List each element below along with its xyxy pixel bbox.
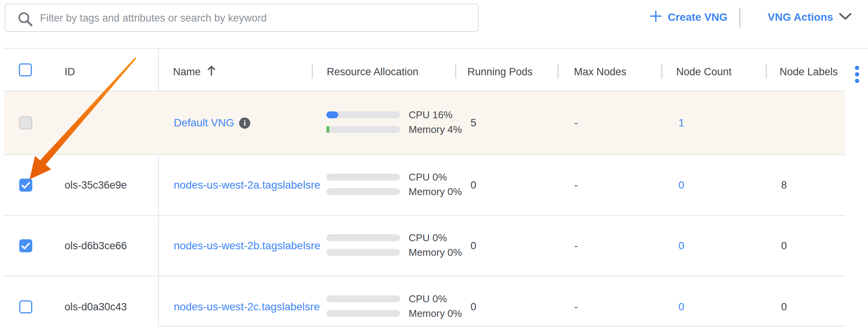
cpu-usage-fill: [326, 111, 338, 118]
node-labels-value: 0: [781, 301, 787, 313]
search-input[interactable]: [39, 4, 471, 32]
header-divider: [766, 64, 767, 79]
toolbar-separator: [739, 8, 740, 27]
mem-usage-fill: [326, 126, 329, 133]
table-row: Default VNGiCPU 16%Memory 4%5-1: [4, 91, 845, 154]
row-id: ols-d6b3ce66: [65, 240, 127, 252]
header-divider: [455, 64, 456, 79]
node-labels-value: 0: [781, 240, 787, 252]
node-count-link[interactable]: 0: [678, 301, 684, 313]
max-nodes-value: -: [574, 179, 578, 191]
vng-name-link[interactable]: Default VNG: [174, 116, 234, 129]
column-header-node-count[interactable]: Node Count: [676, 66, 732, 78]
table-row: ols-35c36e9enodes-us-west-2a.tagslabelsr…: [4, 155, 845, 215]
max-nodes-value: -: [574, 301, 578, 313]
running-pods-value: 0: [471, 179, 476, 191]
node-count-link[interactable]: 0: [678, 179, 684, 191]
max-nodes-value: -: [574, 240, 578, 252]
running-pods-value: 0: [471, 301, 476, 313]
mem-usage-bar: [326, 249, 400, 256]
name-cell: nodes-us-west-2a.tagslabelsre: [174, 179, 320, 192]
name-cell: nodes-us-west-2b.tagslabelsre: [174, 239, 320, 252]
column-header-node-labels[interactable]: Node Labels: [780, 66, 838, 78]
name-cell: Default VNGi: [174, 116, 250, 129]
cpu-usage-label: CPU 0%: [409, 232, 447, 244]
row-separator: [4, 154, 845, 155]
select-all-checkbox[interactable]: [19, 63, 32, 76]
mem-usage-label: Memory 4%: [409, 124, 462, 135]
sort-asc-icon: [206, 65, 216, 79]
column-header-name[interactable]: Name: [173, 66, 216, 78]
search-icon: [17, 11, 34, 29]
vng-actions-button[interactable]: VNG Actions: [768, 7, 852, 28]
mem-usage-label: Memory 0%: [409, 308, 462, 319]
name-cell: nodes-us-west-2c.tagslabelsre: [174, 300, 320, 313]
cpu-usage-bar: [326, 234, 400, 241]
row-checkbox[interactable]: [19, 179, 32, 192]
vng-actions-label: VNG Actions: [768, 11, 833, 23]
create-vng-label: Create VNG: [668, 11, 728, 23]
search-box: [5, 3, 479, 32]
plus-icon: [650, 10, 662, 25]
row-checkbox[interactable]: [19, 300, 32, 313]
column-header-id[interactable]: ID: [65, 66, 75, 78]
create-vng-button[interactable]: Create VNG: [650, 7, 728, 28]
info-icon[interactable]: i: [239, 118, 250, 129]
node-labels-value: 8: [781, 179, 787, 191]
node-count-link[interactable]: 0: [678, 240, 684, 252]
mem-usage-bar: [326, 188, 400, 195]
row-separator: [4, 215, 845, 216]
max-nodes-value: -: [574, 117, 578, 129]
row-checkbox[interactable]: [19, 239, 32, 252]
column-header-running-pods[interactable]: Running Pods: [467, 66, 533, 78]
row-id: ols-35c36e9e: [65, 179, 127, 191]
cpu-usage-bar: [326, 174, 400, 181]
row-separator: [4, 276, 845, 277]
vng-name-link[interactable]: nodes-us-west-2a.tagslabelsre: [174, 179, 320, 192]
running-pods-value: 5: [471, 117, 476, 129]
mem-usage-label: Memory 0%: [409, 247, 462, 258]
table-row: ols-d0a30c43nodes-us-west-2c.tagslabelsr…: [4, 277, 845, 328]
header-divider: [557, 64, 559, 79]
row-checkbox: [19, 116, 32, 129]
cpu-usage-bar: [326, 111, 400, 118]
mem-usage-bar: [326, 126, 400, 133]
header-divider: [661, 64, 662, 79]
cpu-usage-label: CPU 0%: [409, 293, 447, 305]
cpu-usage-label: CPU 0%: [409, 171, 447, 183]
mem-usage-label: Memory 0%: [409, 186, 462, 197]
table-top-border: [4, 48, 868, 49]
running-pods-value: 0: [471, 240, 476, 252]
chevron-down-icon: [839, 11, 852, 23]
row-id: ols-d0a30c43: [65, 301, 127, 313]
vng-name-link[interactable]: nodes-us-west-2b.tagslabelsre: [174, 239, 320, 252]
table-row: ols-d6b3ce66nodes-us-west-2b.tagslabelsr…: [4, 216, 845, 276]
column-header-resource-allocation[interactable]: Resource Allocation: [327, 66, 419, 78]
node-count-link[interactable]: 1: [678, 117, 684, 129]
column-menu-icon[interactable]: [855, 66, 859, 83]
header-divider: [312, 64, 313, 79]
cpu-usage-bar: [326, 295, 400, 302]
cpu-usage-label: CPU 16%: [409, 109, 452, 121]
column-header-max-nodes[interactable]: Max Nodes: [574, 66, 627, 78]
vng-page: Create VNG VNG Actions ID Name Resource: [0, 0, 868, 328]
vng-name-link[interactable]: nodes-us-west-2c.tagslabelsre: [174, 300, 320, 313]
mem-usage-bar: [326, 310, 400, 317]
